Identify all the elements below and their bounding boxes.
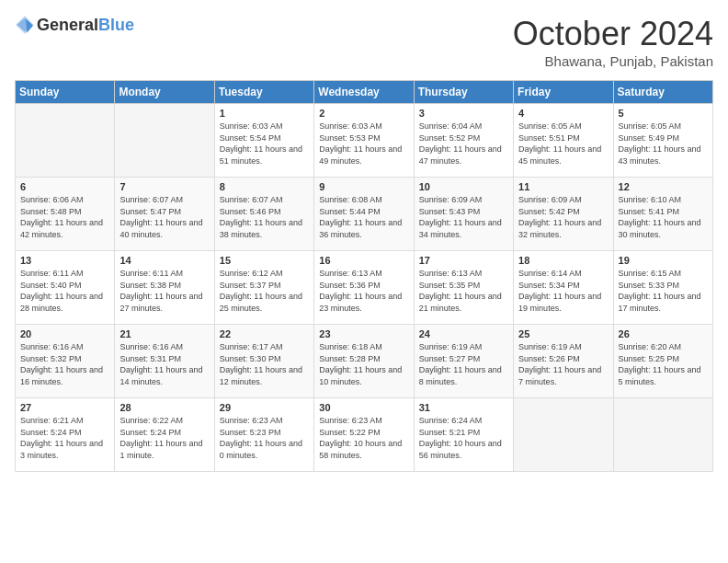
- calendar-cell: [514, 398, 613, 472]
- day-number: 24: [419, 328, 508, 339]
- calendar-cell: 17Sunrise: 6:13 AMSunset: 5:35 PMDayligh…: [414, 251, 513, 325]
- day-number: 18: [518, 255, 608, 266]
- calendar-cell: 26Sunrise: 6:20 AMSunset: 5:25 PMDayligh…: [613, 325, 712, 398]
- day-number: 25: [518, 328, 608, 339]
- day-info: Sunrise: 6:23 AMSunset: 5:22 PMDaylight:…: [319, 415, 408, 461]
- day-number: 29: [220, 402, 309, 413]
- day-info: Sunrise: 6:13 AMSunset: 5:35 PMDaylight:…: [419, 268, 508, 314]
- day-number: 19: [619, 255, 708, 266]
- calendar-week-row: 1Sunrise: 6:03 AMSunset: 5:54 PMDaylight…: [16, 104, 713, 178]
- month-title: October 2024: [513, 15, 713, 53]
- day-info: Sunrise: 6:11 AMSunset: 5:38 PMDaylight:…: [119, 268, 209, 314]
- day-info: Sunrise: 6:08 AMSunset: 5:44 PMDaylight:…: [319, 194, 408, 240]
- day-info: Sunrise: 6:03 AMSunset: 5:53 PMDaylight:…: [319, 121, 408, 167]
- calendar-cell: 10Sunrise: 6:09 AMSunset: 5:43 PMDayligh…: [414, 178, 513, 251]
- day-number: 10: [419, 181, 508, 192]
- day-info: Sunrise: 6:03 AMSunset: 5:54 PMDaylight:…: [220, 121, 309, 167]
- location-title: Bhawana, Punjab, Pakistan: [513, 53, 713, 69]
- day-number: 14: [119, 255, 209, 266]
- calendar-cell: 31Sunrise: 6:24 AMSunset: 5:21 PMDayligh…: [414, 398, 513, 472]
- calendar-cell: 18Sunrise: 6:14 AMSunset: 5:34 PMDayligh…: [514, 251, 613, 325]
- day-number: 11: [518, 181, 608, 192]
- calendar-week-row: 20Sunrise: 6:16 AMSunset: 5:32 PMDayligh…: [16, 325, 713, 398]
- page-header: GeneralBlue October 2024 Bhawana, Punjab…: [15, 15, 713, 69]
- calendar-cell: 2Sunrise: 6:03 AMSunset: 5:53 PMDaylight…: [314, 104, 414, 178]
- day-info: Sunrise: 6:09 AMSunset: 5:43 PMDaylight:…: [419, 194, 508, 240]
- day-number: 30: [319, 402, 408, 413]
- calendar-cell: 24Sunrise: 6:19 AMSunset: 5:27 PMDayligh…: [414, 325, 513, 398]
- day-number: 2: [319, 108, 408, 119]
- day-info: Sunrise: 6:24 AMSunset: 5:21 PMDaylight:…: [419, 415, 508, 461]
- calendar-cell: 3Sunrise: 6:04 AMSunset: 5:52 PMDaylight…: [414, 104, 513, 178]
- calendar-cell: 29Sunrise: 6:23 AMSunset: 5:23 PMDayligh…: [214, 398, 313, 472]
- calendar-cell: 30Sunrise: 6:23 AMSunset: 5:22 PMDayligh…: [314, 398, 414, 472]
- calendar-cell: 4Sunrise: 6:05 AMSunset: 5:51 PMDaylight…: [514, 104, 613, 178]
- logo-general: General: [37, 16, 98, 34]
- day-info: Sunrise: 6:09 AMSunset: 5:42 PMDaylight:…: [518, 194, 608, 240]
- day-number: 6: [20, 181, 109, 192]
- calendar-cell: 12Sunrise: 6:10 AMSunset: 5:41 PMDayligh…: [613, 178, 712, 251]
- day-info: Sunrise: 6:13 AMSunset: 5:36 PMDaylight:…: [319, 268, 408, 314]
- day-info: Sunrise: 6:16 AMSunset: 5:32 PMDaylight:…: [20, 341, 109, 387]
- calendar-cell: 5Sunrise: 6:05 AMSunset: 5:49 PMDaylight…: [613, 104, 712, 178]
- day-number: 31: [419, 402, 508, 413]
- logo-icon: [15, 15, 35, 35]
- day-info: Sunrise: 6:22 AMSunset: 5:24 PMDaylight:…: [119, 415, 209, 461]
- day-number: 9: [319, 181, 408, 192]
- day-header-tuesday: Tuesday: [214, 81, 313, 104]
- calendar-cell: 25Sunrise: 6:19 AMSunset: 5:26 PMDayligh…: [514, 325, 613, 398]
- day-header-saturday: Saturday: [613, 81, 712, 104]
- calendar-cell: 1Sunrise: 6:03 AMSunset: 5:54 PMDaylight…: [214, 104, 313, 178]
- day-number: 22: [220, 328, 309, 339]
- day-number: 23: [319, 328, 408, 339]
- day-info: Sunrise: 6:17 AMSunset: 5:30 PMDaylight:…: [220, 341, 309, 387]
- calendar-week-row: 13Sunrise: 6:11 AMSunset: 5:40 PMDayligh…: [16, 251, 713, 325]
- day-header-sunday: Sunday: [16, 81, 115, 104]
- day-number: 26: [619, 328, 708, 339]
- day-header-monday: Monday: [115, 81, 214, 104]
- day-info: Sunrise: 6:05 AMSunset: 5:51 PMDaylight:…: [518, 121, 608, 167]
- calendar-cell: 9Sunrise: 6:08 AMSunset: 5:44 PMDaylight…: [314, 178, 414, 251]
- day-number: 4: [518, 108, 608, 119]
- day-info: Sunrise: 6:23 AMSunset: 5:23 PMDaylight:…: [220, 415, 309, 461]
- day-number: 16: [319, 255, 408, 266]
- day-header-thursday: Thursday: [414, 81, 513, 104]
- day-number: 3: [419, 108, 508, 119]
- calendar-week-row: 6Sunrise: 6:06 AMSunset: 5:48 PMDaylight…: [16, 178, 713, 251]
- calendar-cell: 11Sunrise: 6:09 AMSunset: 5:42 PMDayligh…: [514, 178, 613, 251]
- day-info: Sunrise: 6:07 AMSunset: 5:46 PMDaylight:…: [220, 194, 309, 240]
- day-number: 7: [119, 181, 209, 192]
- day-number: 15: [220, 255, 309, 266]
- calendar-cell: 8Sunrise: 6:07 AMSunset: 5:46 PMDaylight…: [214, 178, 313, 251]
- day-info: Sunrise: 6:18 AMSunset: 5:28 PMDaylight:…: [319, 341, 408, 387]
- day-number: 1: [220, 108, 309, 119]
- calendar-cell: 15Sunrise: 6:12 AMSunset: 5:37 PMDayligh…: [214, 251, 313, 325]
- calendar-cell: [16, 104, 115, 178]
- calendar-cell: 6Sunrise: 6:06 AMSunset: 5:48 PMDaylight…: [16, 178, 115, 251]
- day-info: Sunrise: 6:16 AMSunset: 5:31 PMDaylight:…: [119, 341, 209, 387]
- day-info: Sunrise: 6:10 AMSunset: 5:41 PMDaylight:…: [619, 194, 708, 240]
- day-number: 8: [220, 181, 309, 192]
- day-info: Sunrise: 6:19 AMSunset: 5:26 PMDaylight:…: [518, 341, 608, 387]
- calendar-cell: 28Sunrise: 6:22 AMSunset: 5:24 PMDayligh…: [115, 398, 214, 472]
- calendar-cell: 23Sunrise: 6:18 AMSunset: 5:28 PMDayligh…: [314, 325, 414, 398]
- calendar-week-row: 27Sunrise: 6:21 AMSunset: 5:24 PMDayligh…: [16, 398, 713, 472]
- calendar-cell: [613, 398, 712, 472]
- calendar-cell: 14Sunrise: 6:11 AMSunset: 5:38 PMDayligh…: [115, 251, 214, 325]
- calendar-cell: 7Sunrise: 6:07 AMSunset: 5:47 PMDaylight…: [115, 178, 214, 251]
- day-number: 28: [119, 402, 209, 413]
- day-number: 12: [619, 181, 708, 192]
- calendar-cell: 19Sunrise: 6:15 AMSunset: 5:33 PMDayligh…: [613, 251, 712, 325]
- day-number: 27: [20, 402, 109, 413]
- day-info: Sunrise: 6:07 AMSunset: 5:47 PMDaylight:…: [119, 194, 209, 240]
- day-number: 21: [119, 328, 209, 339]
- day-info: Sunrise: 6:05 AMSunset: 5:49 PMDaylight:…: [619, 121, 708, 167]
- day-info: Sunrise: 6:19 AMSunset: 5:27 PMDaylight:…: [419, 341, 508, 387]
- calendar-cell: 22Sunrise: 6:17 AMSunset: 5:30 PMDayligh…: [214, 325, 313, 398]
- day-number: 20: [20, 328, 109, 339]
- calendar-cell: 16Sunrise: 6:13 AMSunset: 5:36 PMDayligh…: [314, 251, 414, 325]
- day-number: 13: [20, 255, 109, 266]
- calendar-cell: [115, 104, 214, 178]
- day-info: Sunrise: 6:12 AMSunset: 5:37 PMDaylight:…: [220, 268, 309, 314]
- calendar: SundayMondayTuesdayWednesdayThursdayFrid…: [15, 80, 713, 472]
